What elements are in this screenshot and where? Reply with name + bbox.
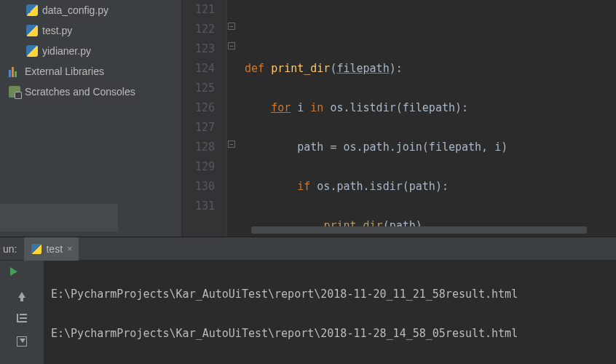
- console-output[interactable]: E:\PycharmProjects\Kar_AutoUiTest\report…: [44, 261, 616, 364]
- python-file-icon: [26, 45, 38, 57]
- scratches-and-consoles[interactable]: Scratches and Consoles: [0, 82, 181, 102]
- file-name: yidianer.py: [42, 45, 91, 57]
- rerun-icon[interactable]: [15, 265, 28, 278]
- file-item[interactable]: data_config.py: [0, 0, 181, 20]
- line-number: 124: [182, 59, 215, 79]
- run-label: un:: [1, 243, 24, 255]
- run-tab[interactable]: test ×: [24, 237, 78, 261]
- horizontal-scrollbar[interactable]: [251, 226, 587, 234]
- python-file-icon: [26, 25, 38, 36]
- sidebar-scrollbar-region[interactable]: [0, 204, 118, 232]
- external-libraries[interactable]: External Libraries: [0, 61, 181, 82]
- line-number: 122: [182, 20, 215, 39]
- line-number: 121: [182, 0, 215, 20]
- project-tree[interactable]: data_config.py test.py yidianer.py Exter…: [0, 0, 182, 237]
- line-number: 128: [182, 138, 215, 157]
- line-number-gutter: 121 122 123 124 125 126 127 128 129 130 …: [182, 0, 227, 237]
- run-tab-title: test: [46, 243, 63, 255]
- line-number: 130: [182, 177, 215, 197]
- python-file-icon: [31, 244, 42, 254]
- code-area[interactable]: def print_dir(filepath): for i in os.lis…: [227, 0, 508, 237]
- external-label: External Libraries: [25, 66, 104, 77]
- scratches-label: Scratches and Consoles: [25, 86, 135, 98]
- file-item[interactable]: yidianer.py: [0, 41, 181, 61]
- file-item[interactable]: test.py: [0, 20, 181, 41]
- scroll-up-icon[interactable]: [15, 288, 28, 301]
- python-file-icon: [26, 4, 38, 16]
- code-editor[interactable]: 121 122 123 124 125 126 127 128 129 130 …: [182, 0, 616, 237]
- scratches-icon: [9, 86, 20, 98]
- line-number: 131: [182, 197, 215, 216]
- line-number: 123: [182, 39, 215, 59]
- line-number: 129: [182, 157, 215, 177]
- file-name: test.py: [42, 25, 72, 36]
- run-toolbar: [0, 261, 44, 364]
- toggle-soft-wrap-icon[interactable]: [15, 312, 28, 325]
- file-name: data_config.py: [42, 4, 108, 16]
- console-line: E:\PycharmProjects\Kar_AutoUiTest\report…: [51, 324, 609, 344]
- line-number: 126: [182, 98, 215, 118]
- library-icon: [9, 66, 20, 77]
- line-number: 127: [182, 118, 215, 138]
- export-icon[interactable]: [15, 335, 28, 348]
- run-header: un: test ×: [0, 237, 616, 261]
- run-tool-window: un: test × E:\PycharmProjects\Kar_AutoUi…: [0, 237, 616, 364]
- console-line: E:\PycharmProjects\Kar_AutoUiTest\report…: [51, 285, 609, 304]
- line-number: 125: [182, 79, 215, 98]
- close-icon[interactable]: ×: [67, 243, 73, 254]
